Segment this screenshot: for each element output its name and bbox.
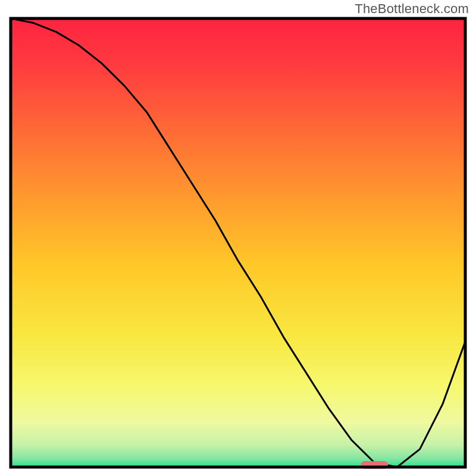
plot-area — [9, 17, 467, 469]
svg-rect-0 — [11, 18, 465, 467]
chart-svg — [9, 17, 467, 469]
watermark-text: TheBottleneck.com — [355, 1, 469, 17]
chart-container: TheBottleneck.com — [0, 0, 476, 476]
